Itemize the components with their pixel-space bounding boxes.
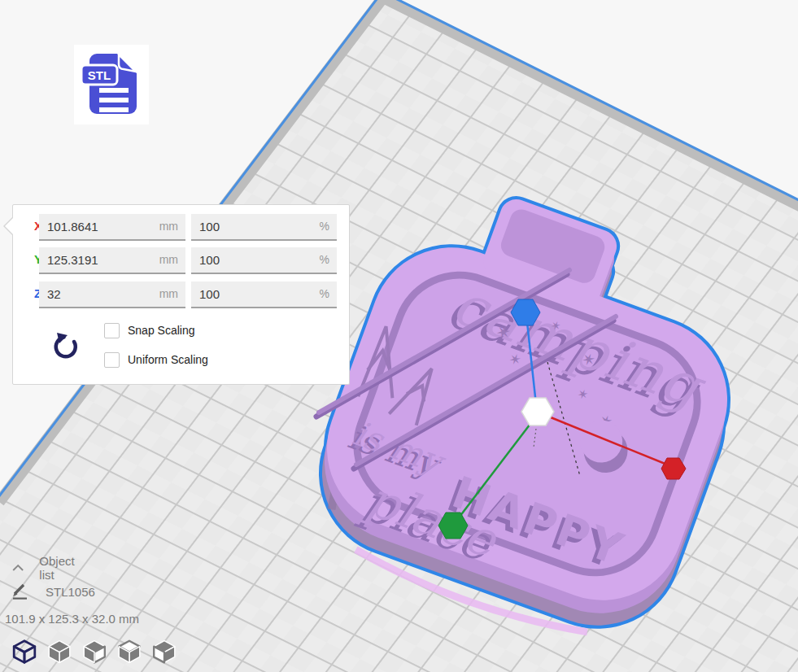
object-dimensions: 101.9 x 125.3 x 32.0 mm xyxy=(5,612,139,626)
pencil-icon xyxy=(11,583,29,600)
scale-y-mm-field: mm xyxy=(39,247,185,274)
scale-z-mm-input[interactable] xyxy=(39,281,185,307)
object-list-item[interactable]: STL1056 xyxy=(11,583,95,600)
scale-y-percent-field: % xyxy=(191,247,337,274)
cube-top-face-icon xyxy=(116,639,142,664)
scale-y-mm-input[interactable] xyxy=(39,247,185,273)
scale-x-mm-input[interactable] xyxy=(39,214,185,239)
view-right-button[interactable] xyxy=(150,639,178,665)
view-front-button[interactable] xyxy=(46,639,73,665)
view-top-button[interactable] xyxy=(81,639,108,665)
reset-scale-button[interactable] xyxy=(50,329,83,364)
scale-x-mm-field: mm xyxy=(39,214,185,241)
scale-z-percent-field: % xyxy=(191,281,337,308)
uniform-scaling-checkbox[interactable] xyxy=(104,352,120,368)
cube-right-face-icon xyxy=(81,639,107,664)
view-left-button[interactable] xyxy=(116,639,143,665)
stl-badge-label: STL xyxy=(88,68,111,82)
stl-document-icon: STL xyxy=(80,50,143,119)
uniform-scaling-option: Uniform Scaling xyxy=(104,351,208,368)
view-3d-button[interactable] xyxy=(11,639,38,665)
scale-row-x: X mm % xyxy=(13,214,349,239)
camera-view-toolbar xyxy=(11,639,178,665)
scale-z-mm-field: mm xyxy=(39,281,185,308)
scale-x-percent-input[interactable] xyxy=(191,214,337,239)
scale-z-percent-input[interactable] xyxy=(191,281,337,307)
snap-scaling-option: Snap Scaling xyxy=(104,322,195,338)
scale-tool-panel: X mm % Y mm % Z mm % xyxy=(12,204,350,385)
slicer-viewport: { "file_badge": { "label": "STL" }, "sca… xyxy=(0,0,798,672)
snap-scaling-checkbox[interactable] xyxy=(104,323,120,338)
scale-x-percent-field: % xyxy=(191,214,337,241)
snap-scaling-label[interactable]: Snap Scaling xyxy=(128,324,195,337)
cube-front-icon xyxy=(46,639,72,664)
cube-left-face-icon xyxy=(151,639,177,664)
uniform-scaling-label[interactable]: Uniform Scaling xyxy=(128,353,208,366)
reset-arrow-icon xyxy=(52,329,81,362)
scale-row-z: Z mm % xyxy=(13,281,349,307)
object-item-name: STL1056 xyxy=(46,585,95,599)
object-list-header[interactable]: Object list xyxy=(11,554,79,582)
chevron-up-icon xyxy=(11,562,24,574)
stl-file-thumbnail: STL xyxy=(74,45,149,124)
cube-3d-icon xyxy=(11,639,37,664)
object-list-title: Object list xyxy=(39,554,79,582)
scale-y-percent-input[interactable] xyxy=(191,247,337,273)
scale-row-y: Y mm % xyxy=(13,247,349,273)
